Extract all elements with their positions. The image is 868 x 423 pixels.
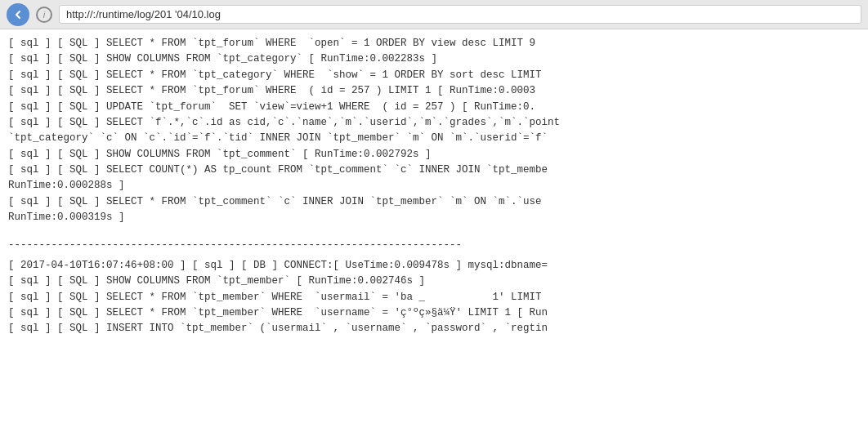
log-line: [ sql ] [ SQL ] SELECT * FROM `tpt_membe… xyxy=(8,305,860,321)
log-line: [ sql ] [ SQL ] SELECT COUNT(*) AS tp_co… xyxy=(8,163,860,178)
log-line: [ sql ] [ SQL ] INSERT INTO `tpt_member`… xyxy=(8,321,860,336)
log-separator: ----------------------------------------… xyxy=(8,238,860,253)
log-line: RunTime:0.000288s ] xyxy=(8,178,860,194)
log-line: [ sql ] [ SQL ] SELECT * FROM `tpt_forum… xyxy=(8,83,860,99)
log-empty-line xyxy=(8,226,860,233)
log-line: [ sql ] [ SQL ] SELECT * FROM `tpt_membe… xyxy=(8,290,860,305)
url-bar[interactable]: http://:/runtime/log/201 '04/10.log xyxy=(59,5,861,24)
log-line: `tpt_category` `c` ON `c`.`id`=`f`.`tid`… xyxy=(8,131,860,146)
log-line: [ sql ] [ SQL ] SHOW COLUMNS FROM `tpt_c… xyxy=(8,51,860,67)
log-line: [ sql ] [ SQL ] SELECT * FROM `tpt_comme… xyxy=(8,194,860,210)
browser-toolbar: i http://:/runtime/log/201 '04/10.log xyxy=(0,0,868,29)
back-button[interactable] xyxy=(7,3,29,26)
log-line: [ sql ] [ SQL ] SHOW COLUMNS FROM `tpt_m… xyxy=(8,274,860,289)
log-content-area: [ sql ] [ SQL ] SELECT * FROM `tpt_forum… xyxy=(0,29,868,423)
info-button[interactable]: i xyxy=(36,7,52,23)
url-text: http://:/runtime/log/201 '04/10.log xyxy=(66,8,221,20)
log-line: [ sql ] [ SQL ] SELECT `f`.*,`c`.id as c… xyxy=(8,115,860,131)
log-line: [ sql ] [ SQL ] SELECT * FROM `tpt_categ… xyxy=(8,68,860,83)
log-line: [ 2017-04-10T16:07:46+08:00 ] [ sql ] [ … xyxy=(8,258,860,274)
log-line: [ sql ] [ SQL ] UPDATE `tpt_forum` SET `… xyxy=(8,100,860,115)
log-line: [ sql ] [ SQL ] SHOW COLUMNS FROM `tpt_c… xyxy=(8,147,860,163)
log-line: RunTime:0.000319s ] xyxy=(8,210,860,225)
log-line: [ sql ] [ SQL ] SELECT * FROM `tpt_forum… xyxy=(8,36,860,51)
